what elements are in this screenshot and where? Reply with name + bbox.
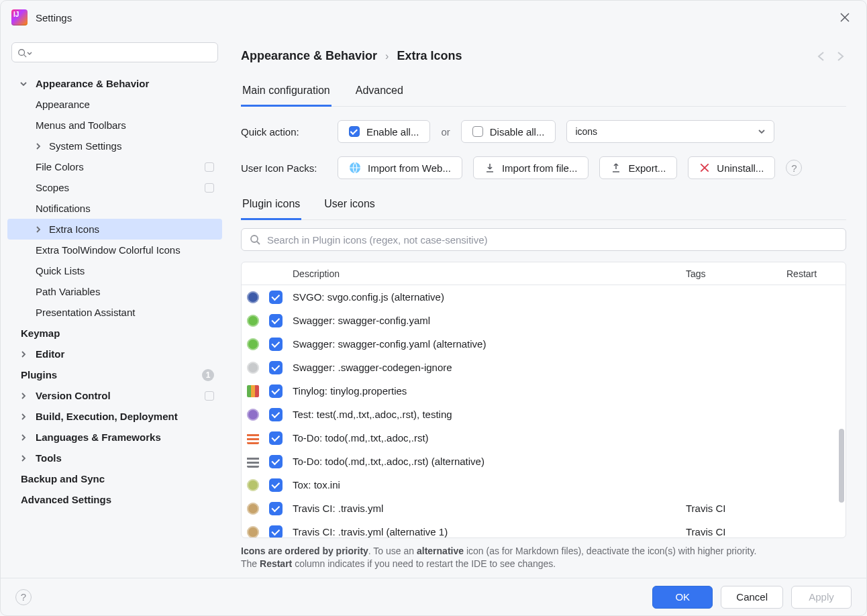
plugin-type-icon [247, 526, 259, 537]
tree-item-label: Plugins [21, 369, 57, 380]
plugin-type-icon [247, 315, 259, 327]
table-row[interactable]: Tinylog: tinylog.properties [242, 379, 846, 403]
tree-item[interactable]: Scopes [7, 177, 222, 198]
main: Appearance & BehaviorAppearanceMenus and… [1, 34, 866, 578]
tree-item[interactable]: Keymap [7, 323, 222, 344]
row-checkbox[interactable] [269, 525, 283, 537]
tree-item[interactable]: Menus and Toolbars [7, 115, 222, 136]
icon-source-tabs: Plugin iconsUser icons [241, 198, 846, 220]
tree-item[interactable]: Version Control [7, 385, 222, 406]
tree-item[interactable]: Tools [7, 448, 222, 468]
scrollbar-thumb[interactable] [839, 429, 844, 503]
row-checkbox[interactable] [269, 478, 283, 492]
tree-item-label: Presentation Assistant [36, 307, 135, 318]
apply-button[interactable]: Apply [791, 586, 852, 609]
chevron-down-icon [19, 80, 28, 88]
tree-item[interactable]: System Settings [7, 136, 222, 156]
tree-item[interactable]: Appearance [7, 94, 222, 115]
breadcrumb-leaf: Extra Icons [397, 49, 462, 63]
import-web-button[interactable]: Import from Web... [338, 156, 462, 179]
table-row[interactable]: Swagger: swagger-config.yaml [242, 309, 846, 332]
app-icon: IJ [11, 9, 28, 25]
table-row[interactable]: Swagger: .swagger-codegen-ignore [242, 356, 846, 379]
enable-all-label: Enable all... [366, 126, 419, 138]
globe-icon [349, 162, 361, 174]
uninstall-button[interactable]: Uninstall... [688, 156, 775, 179]
footer-help-button[interactable]: ? [15, 589, 32, 605]
row-description: Swagger: .swagger-codegen-ignore [287, 362, 680, 373]
plugin-type-icon [247, 479, 259, 491]
nav-back-icon[interactable] [815, 50, 827, 62]
tree-item-label: System Settings [49, 140, 121, 152]
sidebar-search-wrap [6, 42, 223, 68]
tree-item[interactable]: Backup and Sync [7, 468, 222, 489]
nav-forward-icon[interactable] [834, 50, 846, 62]
ok-button[interactable]: OK [652, 586, 713, 609]
subtab[interactable]: Plugin icons [241, 198, 301, 220]
export-icon [611, 162, 621, 173]
row-checkbox[interactable] [269, 431, 283, 445]
tree-item[interactable]: Build, Execution, Deployment [7, 406, 222, 427]
export-label: Export... [628, 162, 666, 174]
tree-item[interactable]: Languages & Frameworks [7, 427, 222, 448]
row-description: Swagger: swagger-config.yaml (alternativ… [287, 338, 680, 350]
tree-item-label: Notifications [36, 203, 91, 214]
chevron-down-icon [27, 51, 32, 56]
table-row[interactable]: To-Do: todo(.md,.txt,.adoc,.rst) (altern… [242, 450, 846, 473]
or-separator: or [441, 126, 450, 138]
config-tabs: Main configurationAdvanced [241, 85, 846, 107]
tree-item[interactable]: Advanced Settings [7, 489, 222, 510]
chevron-right-icon [19, 392, 28, 400]
scope-badge-icon [205, 162, 214, 172]
table-row[interactable]: To-Do: todo(.md,.txt,.adoc,.rst) [242, 426, 846, 450]
tree-item[interactable]: Extra ToolWindow Colorful Icons [7, 240, 222, 260]
table-row[interactable]: Test: test(.md,.txt,.adoc,.rst), testing [242, 403, 846, 426]
export-button[interactable]: Export... [599, 156, 677, 179]
sidebar-search-input[interactable] [11, 42, 218, 62]
enable-all-button[interactable]: Enable all... [338, 120, 430, 143]
tree-item[interactable]: Editor [7, 344, 222, 364]
row-description: To-Do: todo(.md,.txt,.adoc,.rst) [287, 432, 680, 444]
close-button[interactable] [834, 7, 856, 28]
row-checkbox[interactable] [269, 455, 283, 468]
tab[interactable]: Main configuration [241, 85, 332, 107]
tree-item[interactable]: Extra Icons [7, 219, 222, 240]
breadcrumb-root: Appearance & Behavior [241, 49, 377, 63]
import-file-icon [484, 162, 495, 173]
quick-action-select[interactable]: icons [566, 120, 774, 143]
tree-item[interactable]: Presentation Assistant [7, 302, 222, 323]
table-row[interactable]: Travis CI: .travis.yml (alternative 1)Tr… [242, 520, 846, 537]
row-checkbox[interactable] [269, 314, 283, 327]
row-checkbox[interactable] [269, 291, 283, 304]
row-checkbox[interactable] [269, 502, 283, 515]
row-checkbox[interactable] [269, 338, 283, 351]
row-checkbox[interactable] [269, 408, 283, 421]
table-row[interactable]: Swagger: swagger-config.yaml (alternativ… [242, 332, 846, 356]
tree-item-label: Keymap [21, 327, 60, 339]
tree-item[interactable]: File Colors [7, 156, 222, 177]
chevron-right-icon [19, 454, 28, 462]
tree-item[interactable]: Appearance & Behavior [7, 73, 222, 94]
search-icon [17, 48, 27, 58]
tree-item[interactable]: Quick Lists [7, 260, 222, 281]
help-button[interactable]: ? [786, 160, 802, 176]
tree-item-label: Languages & Frameworks [36, 431, 161, 443]
disable-all-button[interactable]: Disable all... [461, 120, 556, 143]
table-row[interactable]: Tox: tox.ini [242, 473, 846, 497]
plugin-type-icon [247, 385, 259, 397]
tab[interactable]: Advanced [354, 85, 405, 107]
table-row[interactable]: SVGO: svgo.config.js (alternative) [242, 285, 846, 309]
breadcrumb: Appearance & Behavior › Extra Icons [241, 45, 846, 67]
row-checkbox[interactable] [269, 361, 283, 374]
import-file-button[interactable]: Import from file... [473, 156, 589, 179]
row-checkbox[interactable] [269, 384, 283, 398]
cancel-button[interactable]: Cancel [721, 586, 783, 609]
tree-item[interactable]: Path Variables [7, 281, 222, 302]
subtab[interactable]: User icons [323, 198, 376, 220]
icon-packs-label: User Icon Packs: [241, 162, 327, 174]
table-row[interactable]: Travis CI: .travis.ymlTravis CI [242, 497, 846, 520]
filter-input[interactable]: Search in Plugin icons (regex, not case-… [241, 228, 846, 251]
tree-item[interactable]: Plugins1 [7, 364, 222, 385]
tree-item[interactable]: Notifications [7, 198, 222, 219]
table-body[interactable]: SVGO: svgo.config.js (alternative)Swagge… [242, 285, 846, 537]
